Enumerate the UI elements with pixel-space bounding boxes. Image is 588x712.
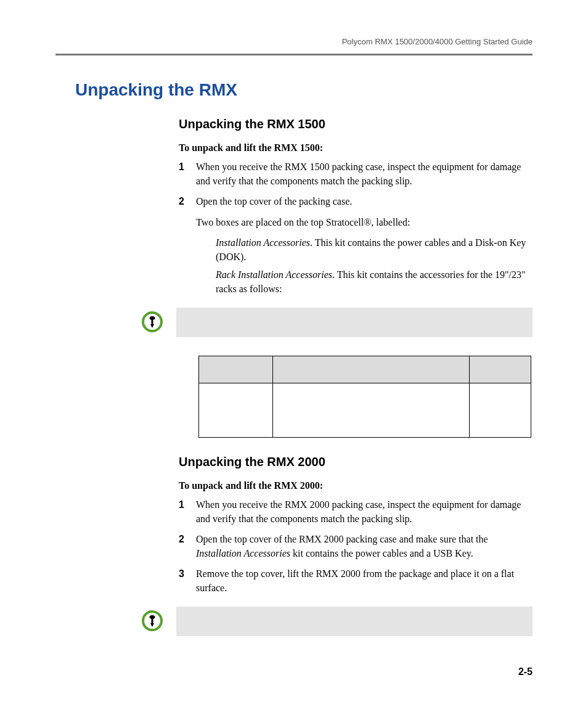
list-item: 2 Open the top cover of the packing case…: [179, 194, 533, 208]
lead-rmx2000: To unpack and lift the RMX 2000:: [179, 480, 533, 491]
italic-term: Rack Installation Accessories: [216, 269, 332, 280]
note-callout: [142, 607, 533, 636]
heading-1: Unpacking the RMX: [75, 80, 533, 100]
table-cell: [470, 383, 531, 437]
text-span: kit contains the power cables and a USB …: [290, 548, 473, 559]
italic-term: Installation Accessories: [196, 548, 290, 559]
table-header-cell: [199, 356, 273, 383]
steps-rmx1500: 1 When you receive the RMX 1500 packing …: [179, 160, 533, 209]
paragraph: Two boxes are placed on the top Stratoce…: [196, 215, 533, 229]
step-number: 3: [179, 567, 196, 595]
step-text: Remove the top cover, lift the RMX 2000 …: [196, 567, 533, 595]
heading-2-rmx1500: Unpacking the RMX 1500: [179, 117, 533, 131]
table-cell: [272, 383, 469, 437]
svg-marker-3: [150, 324, 154, 328]
heading-2-rmx2000: Unpacking the RMX 2000: [179, 455, 533, 469]
indent-paragraph: Installation Accessories. This kit conta…: [216, 235, 533, 264]
table-header-cell: [470, 356, 531, 383]
list-item: 3 Remove the top cover, lift the RMX 200…: [179, 567, 533, 595]
page-number: 2-5: [518, 666, 533, 677]
svg-rect-6: [152, 618, 153, 623]
step-text: Open the top cover of the packing case.: [196, 194, 533, 208]
italic-term: Installation Accessories: [216, 237, 310, 248]
step-number: 1: [179, 497, 196, 526]
lead-rmx1500: To unpack and lift the RMX 1500:: [179, 142, 533, 153]
note-box: [176, 308, 533, 337]
table-cell: [199, 383, 273, 437]
list-item: 2 Open the top cover of the RMX 2000 pac…: [179, 532, 533, 560]
steps-rmx2000: 1 When you receive the RMX 2000 packing …: [179, 497, 533, 595]
step-number: 2: [179, 194, 196, 208]
table-header-row: [199, 356, 531, 383]
table-header-cell: [272, 356, 469, 383]
list-item: 1 When you receive the RMX 1500 packing …: [179, 160, 533, 188]
note-box: [176, 607, 533, 636]
step-text: Open the top cover of the RMX 2000 packi…: [196, 532, 533, 560]
list-item: 1 When you receive the RMX 2000 packing …: [179, 497, 533, 526]
table-row: [199, 383, 531, 437]
step-number: 1: [179, 160, 196, 188]
running-header: Polycom RMX 1500/2000/4000 Getting Start…: [55, 37, 533, 46]
pin-icon: [142, 311, 163, 332]
indent-paragraph: Rack Installation Accessories. This kit …: [216, 268, 533, 296]
accessories-table: [198, 356, 531, 438]
note-callout: [142, 308, 533, 337]
step-number: 2: [179, 532, 196, 560]
svg-marker-7: [150, 623, 154, 627]
text-span: Open the top cover of the RMX 2000 packi…: [196, 534, 488, 544]
pin-icon: [142, 610, 163, 631]
svg-rect-2: [152, 319, 153, 324]
header-divider: [55, 54, 533, 55]
step-text: When you receive the RMX 1500 packing ca…: [196, 160, 533, 188]
step-text: When you receive the RMX 2000 packing ca…: [196, 497, 533, 526]
